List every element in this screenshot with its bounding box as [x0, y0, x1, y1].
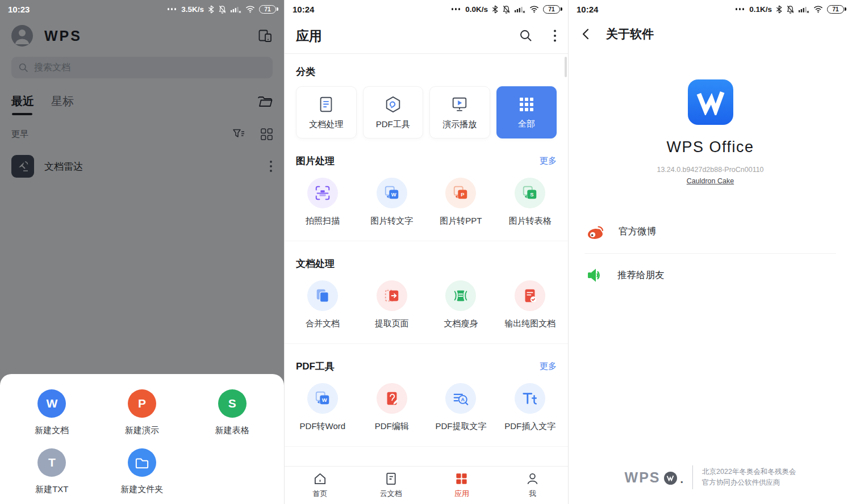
app-scan[interactable]: 拍照扫描 — [288, 178, 357, 226]
app-export-image-doc[interactable]: 输出纯图文档 — [495, 280, 565, 329]
new-folder-label: 新建文件夹 — [120, 484, 163, 495]
bluetooth-icon — [776, 5, 782, 14]
network-activity-icon — [452, 8, 461, 10]
network-speed: 3.5K/s — [181, 5, 204, 14]
camera-scan-icon — [307, 178, 338, 208]
pdf-insert-text-icon — [515, 383, 545, 414]
app-doc-slim[interactable]: 文档瘦身 — [427, 280, 496, 329]
new-slides-button[interactable]: P 新建演示 — [97, 389, 187, 436]
bluetooth-icon — [208, 5, 214, 14]
app-merge-doc[interactable]: 合并文档 — [288, 280, 357, 329]
pdf-hexagon-icon — [384, 95, 402, 114]
nav-home[interactable]: 首页 — [285, 467, 356, 504]
wifi-icon — [245, 5, 255, 13]
category-all[interactable]: 全部 — [496, 86, 557, 138]
network-activity-icon — [736, 8, 745, 10]
pdf-edit-icon — [377, 383, 407, 414]
app-pdf-insert-text[interactable]: PDF插入文字 — [495, 383, 565, 432]
footer-brand-text: WPS — [625, 469, 661, 486]
page-title: 关于软件 — [606, 26, 654, 42]
new-doc-label: 新建文档 — [35, 425, 69, 436]
document-icon — [317, 95, 335, 114]
official-weibo-row[interactable]: 官方微博 — [569, 210, 852, 253]
wifi-icon — [529, 5, 539, 13]
recommend-row[interactable]: 推荐给朋友 — [569, 254, 852, 297]
bluetooth-icon — [492, 5, 498, 14]
bottom-nav: 首页 云文档 应用 我 — [285, 466, 568, 504]
svg-text:P: P — [461, 192, 465, 198]
more-link[interactable]: 更多 — [540, 156, 557, 166]
status-bar: 10:24 0.0K/s 71 — [285, 0, 568, 18]
battery-icon: 71 — [827, 5, 844, 14]
app-name: WPS Office — [666, 138, 754, 156]
screen-apps: 10:24 0.0K/s 71 应用 分类 — [284, 0, 568, 504]
screen-about: 10:24 0.1K/s 71 关于软件 WPS Office 13.24.0.… — [568, 0, 852, 504]
new-slides-label: 新建演示 — [125, 425, 159, 436]
extract-pages-icon — [377, 280, 407, 311]
network-speed: 0.0K/s — [465, 5, 488, 14]
about-header: 关于软件 — [569, 18, 852, 50]
overflow-menu-icon[interactable] — [553, 29, 557, 43]
app-image-to-text[interactable]: W 图片转文字 — [357, 178, 427, 226]
wps-office-logo — [688, 79, 733, 125]
weibo-label: 官方微博 — [619, 225, 656, 238]
scrollbar[interactable] — [565, 57, 567, 77]
all-apps-grid-icon — [518, 96, 535, 113]
app-row: 合并文档 提取页面 文档瘦身 输出纯图文档 — [288, 280, 565, 329]
nav-me[interactable]: 我 — [497, 467, 568, 504]
pdf-extract-text-icon: A — [445, 383, 476, 414]
nav-cloud-docs[interactable]: 云文档 — [356, 467, 427, 504]
presentation-icon: P — [128, 389, 156, 418]
section-divider — [285, 241, 568, 241]
status-bar: 10:24 0.1K/s 71 — [569, 0, 852, 18]
about-rows: 官方微博 推荐给朋友 — [569, 210, 852, 297]
about-footer: WPS . 北京2022年冬奥会和冬残奥会 官方协同办公软件供应商 — [569, 465, 852, 489]
speaker-icon — [586, 266, 605, 284]
mute-icon — [502, 5, 511, 14]
back-icon[interactable] — [580, 28, 592, 40]
battery-level: 71 — [548, 6, 554, 12]
app-pdf-extract-text[interactable]: A PDF提取文字 — [427, 383, 496, 432]
section-divider — [285, 343, 568, 344]
footer-line1: 北京2022年冬奥会和冬残奥会 — [702, 467, 796, 477]
new-txt-button[interactable]: T 新建TXT — [7, 448, 97, 495]
screen-home: 10:23 3.5K/s 71 WPS 搜索文档 最近 — [0, 0, 284, 504]
more-link[interactable]: 更多 — [540, 361, 557, 372]
app-image-to-ppt[interactable]: P 图片转PPT — [427, 178, 496, 226]
new-sheet-button[interactable]: S 新建表格 — [187, 389, 277, 436]
weibo-icon — [586, 222, 606, 241]
app-image-to-sheet[interactable]: S 图片转表格 — [495, 178, 565, 226]
codename-link[interactable]: Cauldron Cake — [687, 177, 734, 185]
mute-icon — [218, 5, 227, 14]
txt-icon: T — [37, 448, 66, 477]
category-presentation[interactable]: 演示播放 — [429, 86, 490, 138]
category-doc-tools[interactable]: 文档处理 — [296, 86, 357, 138]
spreadsheet-icon: S — [218, 389, 247, 418]
new-document-sheet: W 新建文档 P 新建演示 S 新建表格 T 新建TXT 新建文件夹 — [0, 374, 284, 504]
section-title: 分类 — [296, 65, 315, 78]
merge-doc-icon — [307, 280, 338, 311]
category-pdf-tools[interactable]: PDF工具 — [363, 86, 424, 138]
new-doc-button[interactable]: W 新建文档 — [7, 389, 97, 436]
signal-icon — [799, 5, 809, 13]
section-divider — [285, 446, 568, 447]
footer-w-badge-icon — [664, 472, 677, 485]
image-to-sheet-icon: S — [515, 178, 545, 208]
cloud-doc-icon — [384, 472, 398, 486]
svg-text:W: W — [322, 397, 327, 403]
new-folder-button[interactable]: 新建文件夹 — [97, 448, 187, 495]
header-divider — [285, 53, 568, 54]
app-extract-pages[interactable]: 提取页面 — [357, 280, 427, 329]
svg-text:W: W — [391, 192, 396, 198]
person-icon — [525, 472, 540, 486]
about-hero: WPS Office 13.24.0.b9427d2b88-ProCn00110… — [569, 79, 852, 185]
nav-apps[interactable]: 应用 — [427, 467, 498, 504]
new-txt-label: 新建TXT — [35, 484, 68, 495]
battery-icon: 71 — [259, 5, 276, 14]
app-pdf-edit[interactable]: PDF编辑 — [357, 383, 427, 432]
section-head: PDF工具 更多 — [296, 360, 557, 373]
app-pdf-to-word[interactable]: W PDF转Word — [288, 383, 357, 432]
section-head: 文档处理 — [296, 257, 557, 270]
search-icon[interactable] — [519, 29, 533, 43]
play-monitor-icon — [450, 95, 469, 114]
